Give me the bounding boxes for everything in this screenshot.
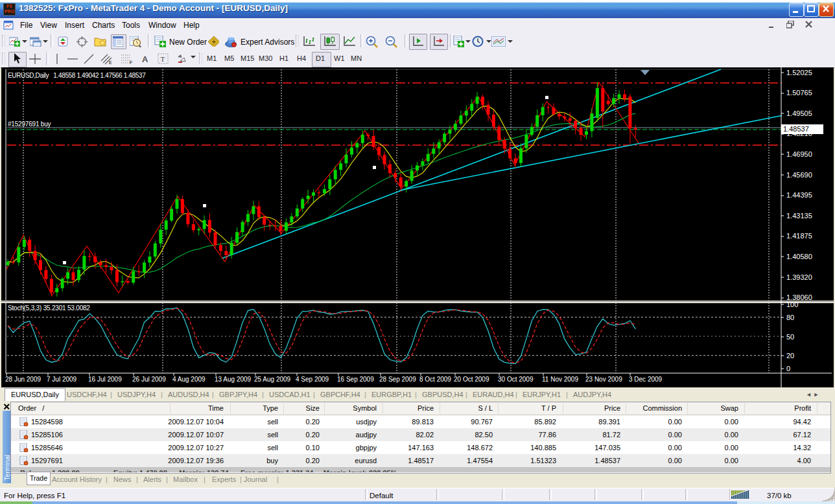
- svg-text:T: T: [161, 55, 165, 63]
- svg-text:F: F: [130, 60, 132, 65]
- svg-text:E: E: [109, 60, 112, 65]
